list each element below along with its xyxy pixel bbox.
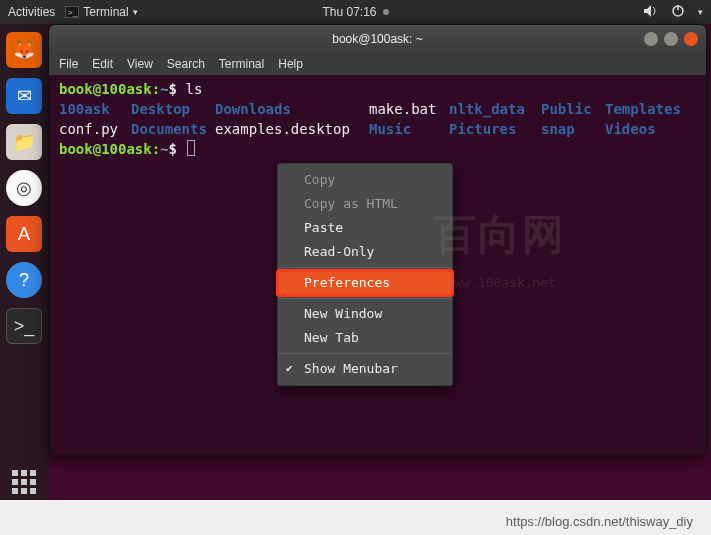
- menu-help[interactable]: Help: [278, 57, 303, 71]
- terminal-window: book@100ask: ~ File Edit View Search Ter…: [48, 24, 707, 456]
- chevron-down-icon: ▾: [133, 7, 138, 17]
- maximize-button[interactable]: [664, 32, 678, 46]
- desktop: Activities >_ Terminal ▾ Thu 07:16 ▾ 🦊 ✉…: [0, 0, 711, 500]
- context-separator: [278, 353, 452, 354]
- activities-button[interactable]: Activities: [8, 5, 55, 19]
- context-paste[interactable]: Paste: [278, 216, 452, 240]
- show-applications-icon[interactable]: [6, 464, 42, 500]
- dock: 🦊 ✉ 📁 ◎ A ? >_: [0, 24, 48, 500]
- menu-view[interactable]: View: [127, 57, 153, 71]
- titlebar[interactable]: book@100ask: ~: [49, 25, 706, 53]
- context-menu: Copy Copy as HTML Paste Read-Only Prefer…: [277, 163, 453, 386]
- ls-output-row-2: conf.py Documents examples.desktop Music…: [59, 119, 696, 139]
- system-menu-chevron-icon[interactable]: ▾: [698, 7, 703, 17]
- dock-rhythmbox-icon[interactable]: ◎: [6, 170, 42, 206]
- watermark-logo: 百向网: [434, 225, 566, 245]
- dock-terminal-icon[interactable]: >_: [6, 308, 42, 344]
- top-panel: Activities >_ Terminal ▾ Thu 07:16 ▾: [0, 0, 711, 24]
- window-title: book@100ask: ~: [332, 32, 423, 46]
- prompt-line-2: book@100ask:~$: [59, 139, 696, 159]
- menu-file[interactable]: File: [59, 57, 78, 71]
- clock-label: Thu 07:16: [322, 5, 376, 19]
- context-copy-html: Copy as HTML: [278, 192, 452, 216]
- watermark-url: www.100ask.net: [446, 273, 556, 293]
- context-show-menubar[interactable]: Show Menubar: [278, 357, 452, 381]
- app-indicator[interactable]: >_ Terminal ▾: [65, 5, 137, 19]
- svg-text:>_: >_: [68, 8, 78, 17]
- svg-marker-2: [644, 5, 651, 17]
- menu-terminal[interactable]: Terminal: [219, 57, 264, 71]
- clock[interactable]: Thu 07:16: [322, 5, 388, 19]
- dock-thunderbird-icon[interactable]: ✉: [6, 78, 42, 114]
- menu-search[interactable]: Search: [167, 57, 205, 71]
- ls-output-row-1: 100ask Desktop Downloads make.bat nltk_d…: [59, 99, 696, 119]
- notification-dot-icon: [383, 9, 389, 15]
- source-url: https://blog.csdn.net/thisway_diy: [506, 514, 693, 529]
- context-new-window[interactable]: New Window: [278, 302, 452, 326]
- close-button[interactable]: [684, 32, 698, 46]
- terminal-icon: >_: [65, 6, 79, 18]
- dock-help-icon[interactable]: ?: [6, 262, 42, 298]
- context-copy: Copy: [278, 168, 452, 192]
- context-new-tab[interactable]: New Tab: [278, 326, 452, 350]
- context-preferences[interactable]: Preferences: [278, 271, 452, 295]
- menu-edit[interactable]: Edit: [92, 57, 113, 71]
- context-separator: [278, 298, 452, 299]
- terminal-body[interactable]: book@100ask:~$ ls 100ask Desktop Downloa…: [49, 75, 706, 163]
- volume-icon[interactable]: [644, 5, 658, 20]
- context-separator: [278, 267, 452, 268]
- power-icon[interactable]: [672, 5, 684, 20]
- cursor: [187, 140, 195, 156]
- dock-firefox-icon[interactable]: 🦊: [6, 32, 42, 68]
- menubar: File Edit View Search Terminal Help: [49, 53, 706, 75]
- app-name: Terminal: [83, 5, 128, 19]
- minimize-button[interactable]: [644, 32, 658, 46]
- prompt-line-1: book@100ask:~$ ls: [59, 79, 696, 99]
- dock-software-icon[interactable]: A: [6, 216, 42, 252]
- dock-files-icon[interactable]: 📁: [6, 124, 42, 160]
- context-read-only[interactable]: Read-Only: [278, 240, 452, 264]
